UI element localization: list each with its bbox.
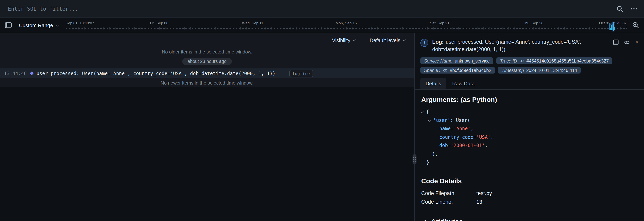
timeline-ruler[interactable]: Sep 01, 13:40:07Fri, Sep 06Wed, Sep 11Mo…	[66, 18, 627, 33]
badge-span-id[interactable]: Span ID#b0f0d9ed1ab346b2	[420, 67, 495, 73]
badge-label: Span ID	[424, 68, 440, 73]
arguments-heading: Arguments: (as Python)	[421, 96, 638, 104]
attributes-toggle[interactable]: Attributes	[421, 217, 465, 221]
search-button[interactable]	[616, 5, 623, 12]
log-row-time: 13:44:46	[4, 71, 27, 76]
chevron-right-icon	[423, 220, 427, 221]
sql-filter-bar	[0, 0, 644, 17]
badge-label: Timestamp	[502, 68, 524, 73]
badge-label: Trace ID	[500, 58, 517, 63]
badge-value: #454514c0168a455a51bb4ceba354c327	[526, 58, 609, 63]
timeline-tick	[66, 26, 66, 29]
list-controls: Visibility Default levels	[0, 33, 414, 47]
zoom-in-button[interactable]	[632, 22, 639, 29]
timeline-tick	[253, 26, 253, 29]
detail-panel: i Log:user processed: User(name='Anne', …	[415, 33, 644, 221]
sql-filter-input[interactable]	[7, 5, 608, 12]
chevron-down-icon	[352, 38, 356, 41]
list-empty-area	[0, 87, 414, 221]
no-newer-items-text: No newer items in the selected time wind…	[0, 78, 414, 87]
code-line: dob='2000-01-01',	[421, 142, 638, 150]
code-line: country_code='USA',	[421, 133, 638, 142]
code-line: {	[421, 108, 638, 116]
more-button[interactable]	[631, 8, 637, 9]
code-line: 'user': User(	[421, 116, 638, 125]
detail-content: Arguments: (as Python) { 'user': User( n…	[415, 90, 644, 221]
timeline-tick-label: Sep 01, 13:40:07	[66, 21, 94, 25]
more-icon	[631, 8, 637, 9]
timeline-tick-label: Sat, Sep 21	[430, 21, 449, 25]
dock-panel-button[interactable]	[613, 39, 618, 45]
link-icon	[624, 39, 630, 45]
timeline-tick-label: Thu, Sep 26	[523, 21, 544, 25]
log-list: Visibility Default levels No older items…	[0, 33, 414, 87]
chevron-down-icon	[56, 23, 59, 26]
badge-value: unknown_service	[455, 58, 490, 63]
no-older-items-text: No older items in the selected time wind…	[0, 47, 414, 56]
badges: Service Nameunknown_serviceTrace ID#4545…	[415, 55, 644, 73]
code-lineno-row: Code Lineno: 13	[421, 198, 638, 206]
timeline-tick	[346, 26, 346, 29]
timeline-tick-label: Fri, Sep 06	[150, 21, 168, 25]
timeline-tick-label: Mon, Sep 16	[336, 21, 357, 25]
timeline-tick	[159, 26, 160, 29]
collapse-toggle-icon[interactable]	[428, 118, 431, 122]
panel-divider[interactable]	[414, 33, 415, 221]
badge-trace-id[interactable]: Trace ID#454514c0168a455a51bb4ceba354c32…	[496, 57, 612, 64]
code-line: name='Anne',	[421, 125, 638, 133]
arguments-python-view: { 'user': User( name='Anne',country_code…	[421, 108, 638, 167]
histogram-bar	[610, 28, 611, 30]
histogram-bar	[614, 27, 615, 30]
code-lineno-value: 13	[476, 198, 482, 206]
collapse-toggle-icon[interactable]	[421, 110, 424, 113]
code-filepath-row: Code Filepath: test.py	[421, 189, 638, 198]
attributes-heading: Attributes	[431, 218, 463, 221]
sidebar-toggle-button[interactable]	[5, 22, 12, 28]
timeline-tick-label: Wed, Sep 11	[242, 21, 263, 25]
code-lineno-label: Code Lineno:	[421, 198, 476, 206]
link-icon	[520, 58, 524, 63]
time-range-selector[interactable]: Custom Range	[17, 22, 60, 28]
drag-handle-icon[interactable]	[412, 154, 416, 164]
detail-tabs: DetailsRaw Data	[415, 78, 644, 90]
timeline-bar: Custom Range Sep 01, 13:40:07Fri, Sep 06…	[0, 17, 644, 33]
tab-details[interactable]: Details	[420, 78, 446, 89]
tab-raw-data[interactable]: Raw Data	[447, 78, 480, 89]
python-fields: name='Anne',country_code='USA',dob='2000…	[421, 125, 638, 150]
detail-title: Log:user processed: User(name='Anne', co…	[432, 38, 609, 53]
detail-kind-label: Log:	[432, 39, 444, 45]
timeline-tick	[627, 26, 627, 29]
zoom-in-icon	[632, 22, 639, 29]
copy-link-button[interactable]	[624, 39, 630, 45]
visibility-dropdown[interactable]: Visibility	[330, 37, 358, 43]
visibility-label: Visibility	[332, 37, 350, 43]
close-button[interactable]: ×	[635, 39, 638, 45]
info-icon: i	[420, 39, 428, 47]
levels-label: Default levels	[370, 37, 400, 43]
badge-value: 2024-10-01 13:44:46.414	[526, 68, 577, 73]
main-area: Visibility Default levels No older items…	[0, 33, 644, 221]
timeline-tick	[533, 26, 534, 29]
code-filepath-value: test.py	[476, 189, 492, 198]
code-line: }	[421, 159, 638, 167]
timeline-selection-cursor[interactable]	[613, 22, 614, 31]
log-row-tag[interactable]: logfire	[289, 70, 313, 77]
detail-header: i Log:user processed: User(name='Anne', …	[415, 33, 644, 55]
app-window: Custom Range Sep 01, 13:40:07Fri, Sep 06…	[0, 0, 644, 221]
chevron-down-icon	[403, 38, 406, 41]
sidebar-toggle-icon	[5, 22, 12, 28]
levels-dropdown[interactable]: Default levels	[367, 37, 408, 43]
timeline-histogram	[610, 23, 615, 30]
timeline-tick	[440, 26, 440, 29]
time-range-label: Custom Range	[19, 22, 53, 28]
log-row[interactable]: 13:44:46 user processed: User(name='Anne…	[0, 68, 414, 78]
detail-title-text: user processed: User(name='Anne', countr…	[432, 39, 581, 52]
close-icon: ×	[635, 39, 638, 45]
time-ago-badge[interactable]: about 23 hours ago	[182, 58, 232, 65]
log-row-message: user processed: User(name='Anne', countr…	[36, 71, 276, 76]
log-list-panel: Visibility Default levels No older items…	[0, 33, 414, 221]
search-icon	[616, 5, 623, 12]
badge-label: Service Name	[424, 58, 452, 63]
dock-panel-icon	[613, 39, 618, 45]
histogram-bar	[611, 25, 612, 30]
